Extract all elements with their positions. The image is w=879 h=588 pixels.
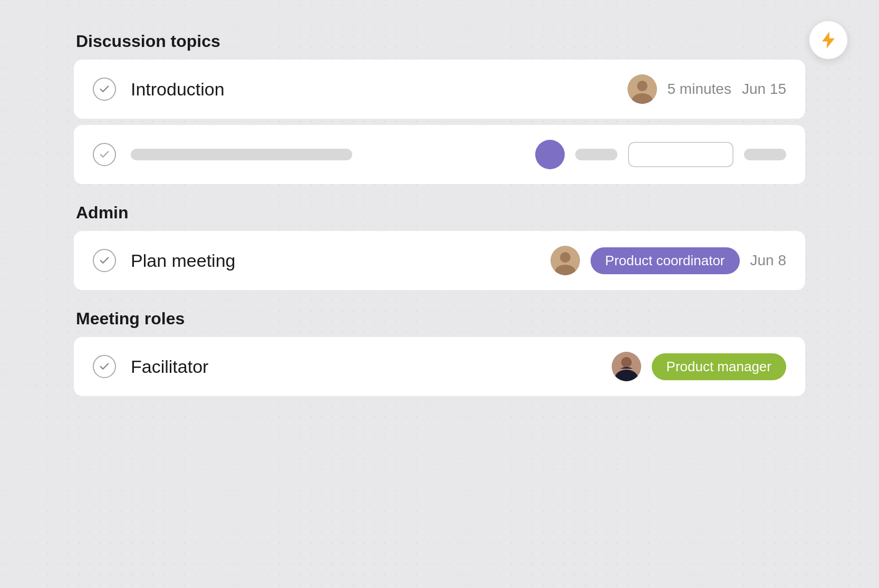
svg-point-1 <box>637 81 648 91</box>
check-icon-skeleton <box>93 143 116 166</box>
avatar-introduction <box>627 74 657 104</box>
badge-product-coordinator: Product coordinator <box>591 247 740 274</box>
badge-product-manager: Product manager <box>652 353 786 380</box>
check-icon-facilitator <box>93 355 116 378</box>
topic-row-facilitator[interactable]: Facilitator Product manager <box>74 337 805 396</box>
topic-row-plan-meeting[interactable]: Plan meeting Product coordinator Jun 8 <box>74 231 805 290</box>
main-container: Discussion topics Introduction 5 minutes <box>74 32 805 415</box>
topic-row-introduction[interactable]: Introduction 5 minutes Jun 15 <box>74 60 805 119</box>
skeleton-duration-bar <box>575 149 617 160</box>
topic-title-facilitator: Facilitator <box>131 356 612 377</box>
section-heading-discussion: Discussion topics <box>76 32 805 51</box>
avatar-facilitator <box>612 352 641 381</box>
topic-meta-facilitator: Product manager <box>612 352 786 381</box>
avatar-plan-meeting <box>550 246 580 275</box>
check-icon-plan-meeting <box>93 249 116 272</box>
section-heading-meeting-roles: Meeting roles <box>76 309 805 329</box>
topic-meta-skeleton <box>535 140 786 169</box>
topic-title-introduction: Introduction <box>131 79 627 100</box>
lightning-button[interactable] <box>809 21 847 59</box>
topic-row-skeleton <box>74 125 805 184</box>
section-admin: Admin Plan meeting Product coordinator <box>74 203 805 290</box>
topic-meta-plan-meeting: Product coordinator Jun 8 <box>550 246 786 275</box>
svg-point-4 <box>560 252 571 263</box>
skeleton-avatar-circle <box>535 140 565 169</box>
section-heading-admin: Admin <box>76 203 805 223</box>
skeleton-date-box <box>628 142 733 167</box>
section-meeting-roles: Meeting roles Facilitator Product <box>74 309 805 396</box>
svg-point-7 <box>621 357 632 368</box>
duration-introduction: 5 minutes <box>668 81 731 98</box>
lightning-icon <box>819 31 838 50</box>
section-discussion-topics: Discussion topics Introduction 5 minutes <box>74 32 805 184</box>
topic-title-plan-meeting: Plan meeting <box>131 250 550 271</box>
topic-meta-introduction: 5 minutes Jun 15 <box>627 74 786 104</box>
check-icon-introduction <box>93 78 116 101</box>
date-plan-meeting: Jun 8 <box>750 252 787 269</box>
date-introduction: Jun 15 <box>742 81 786 98</box>
skeleton-extra-bar <box>744 149 786 160</box>
skeleton-title-bar <box>131 149 352 160</box>
